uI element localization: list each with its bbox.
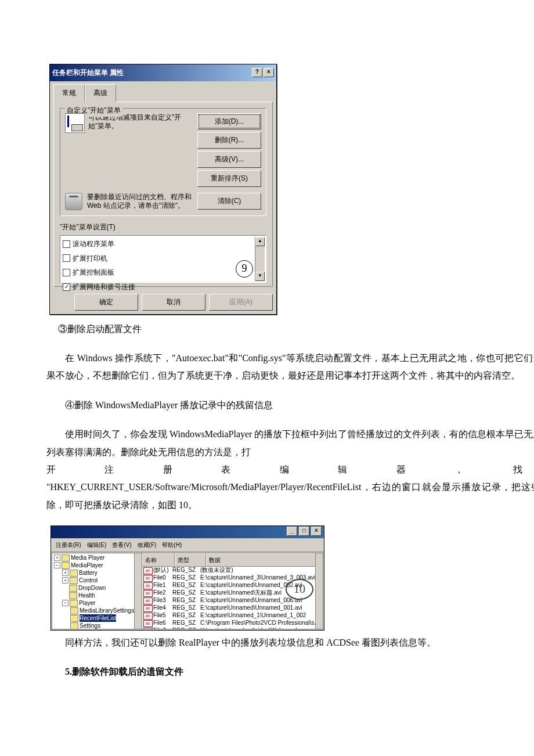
tab-advanced[interactable]: 高级 [85, 84, 116, 102]
menu-registry[interactable]: 注册表(R) [53, 539, 84, 550]
list-row[interactable]: abFile6REG_SZC:\Program Files\Photo2VCD … [142, 620, 323, 627]
menu-view[interactable]: 查看(V) [110, 539, 134, 550]
caption-4: ④删除 WindowsMediaPlayer 播放记录中的残留信息 [46, 397, 534, 414]
regedit-titlebar[interactable]: _ □ × [51, 526, 324, 538]
paragraph-wmp-c: "HKEY_CURRENT_USER/Software/Microsoft/Me… [46, 478, 534, 514]
close-icon[interactable]: × [311, 527, 322, 536]
figure-annotation-9: 9 [236, 260, 253, 278]
setting-item-printers[interactable]: 扩展打印机 [62, 251, 255, 266]
caption-3: ③删除启动配置文件 [58, 321, 534, 338]
paragraph-wmp-a: 使用时间久了，你会发现 WindowsMediaPlayer 的播放下拉框中列出… [46, 426, 534, 461]
settings-listbox[interactable]: 滚动程序菜单 扩展打印机 扩展控制面板 ✓扩展网络和拨号连接 ▲ ▼ 9 [60, 235, 266, 283]
scroll-up-icon[interactable]: ▲ [255, 237, 265, 246]
tab-general[interactable]: 常规 [53, 84, 85, 102]
list-row[interactable]: abFile0REG_SZE:\capture\Unnamed_3\Unname… [142, 574, 323, 582]
paragraph-autoexec: 在 Windows 操作系统下，"Autoexec.bat"和"Config.s… [46, 350, 534, 385]
scroll-down-icon[interactable]: ▼ [255, 272, 265, 281]
col-type[interactable]: 类型 [175, 553, 206, 566]
list-row[interactable]: abFile1REG_SZE:\capture\Unnamed\Unnamed_… [142, 582, 323, 589]
tab-strip: 常规 高级 [50, 81, 276, 102]
customize-description: 可以通过增减项目来自定义"开始"菜单。 [88, 113, 194, 187]
trash-icon [65, 193, 82, 210]
checkbox-icon[interactable] [63, 254, 70, 262]
close-button[interactable]: × [264, 68, 274, 77]
list-scrollbar[interactable] [315, 553, 323, 629]
settings-label: "开始"菜单设置(T) [60, 221, 266, 234]
list-row[interactable]: abFile3REG_SZE:\capture\Unnamed\Unnamed_… [142, 597, 323, 604]
ok-button[interactable]: 确定 [74, 294, 138, 311]
list-row[interactable]: abFile2REG_SZE:\capture\Unnamed\无标题.avi [142, 589, 323, 597]
heading-5: 5.删除软件卸载后的遗留文件 [46, 663, 534, 681]
tab-body: 自定义"开始"菜单 可以通过增减项目来自定义"开始"菜单。 添加(D)... 删… [53, 102, 273, 287]
help-button[interactable]: ? [252, 68, 262, 77]
regedit-title [53, 527, 55, 538]
paragraph-wmp-b: 开注册表编辑器，找到 [46, 461, 534, 478]
maximize-icon[interactable]: □ [299, 527, 309, 536]
minimize-icon[interactable]: _ [287, 527, 297, 536]
list-row[interactable]: abFile7REG_SZH:\contents\wmv\zwt\video\W… [142, 627, 323, 629]
clear-description: 要删除最近访问过的文档、程序和 Web 站点记录，请单击"清除"。 [87, 193, 193, 211]
clear-button[interactable]: 清除(C) [197, 193, 261, 210]
menu-fav[interactable]: 收藏(F) [135, 539, 159, 550]
checkbox-icon[interactable]: ✓ [63, 283, 70, 291]
advanced-button[interactable]: 高级(V)... [197, 151, 261, 168]
tree-scrollbar[interactable] [134, 553, 142, 629]
remove-button[interactable]: 删除(R)... [197, 132, 261, 149]
col-data[interactable]: 数据 [206, 553, 323, 566]
dialog-title: 任务栏和开始菜单 属性 [52, 66, 251, 80]
listbox-scrollbar[interactable]: ▲ ▼ [255, 237, 265, 281]
setting-item-control-panel[interactable]: 扩展控制面板 [62, 265, 255, 280]
regedit-menubar[interactable]: 注册表(R) 编辑(E) 查看(V) 收藏(F) 帮助(H) [51, 538, 324, 552]
dialog-titlebar[interactable]: 任务栏和开始菜单 属性 ? × [50, 64, 276, 81]
regedit-value-list[interactable]: 名称 类型 数据 ab(默认)REG_SZ(数值未设置) abFile0REG_… [142, 553, 323, 629]
customize-start-group: 自定义"开始"菜单 可以通过增减项目来自定义"开始"菜单。 添加(D)... 删… [60, 108, 266, 216]
setting-item-scroll[interactable]: 滚动程序菜单 [62, 237, 255, 251]
col-name[interactable]: 名称 [142, 553, 175, 566]
add-button[interactable]: 添加(D)... [197, 113, 261, 130]
start-menu-icon [65, 113, 85, 133]
paragraph-realplayer: 同样方法，我们还可以删除 RealPlayer 中的播放列表垃圾信息和 ACDS… [46, 634, 534, 651]
cancel-button[interactable]: 取消 [142, 294, 205, 311]
menu-edit[interactable]: 编辑(E) [85, 539, 109, 550]
resort-button[interactable]: 重新排序(S) [197, 170, 261, 187]
apply-button[interactable]: 应用(A) [209, 294, 273, 311]
list-row[interactable]: ab(默认)REG_SZ(数值未设置) [142, 567, 323, 574]
list-header: 名称 类型 数据 [142, 553, 323, 567]
checkbox-icon[interactable] [63, 240, 70, 248]
menu-help[interactable]: 帮助(H) [160, 539, 184, 550]
regedit-window: _ □ × 注册表(R) 编辑(E) 查看(V) 收藏(F) 帮助(H) +Me… [50, 525, 324, 631]
list-row[interactable]: abFile4REG_SZE:\capture\Unnamed\Unnamed_… [142, 604, 323, 612]
setting-item-dialup[interactable]: ✓扩展网络和拨号连接 [62, 280, 255, 294]
taskbar-properties-dialog: 任务栏和开始菜单 属性 ? × 常规 高级 自定义"开始"菜单 可以通过增减项目… [49, 64, 277, 315]
checkbox-icon[interactable] [63, 269, 70, 276]
regedit-tree[interactable]: +Media Player −MediaPlayer +Battery +Con… [52, 553, 142, 629]
list-row[interactable]: abFile5REG_SZE:\capture\Unnamed_1\Unname… [142, 612, 323, 620]
